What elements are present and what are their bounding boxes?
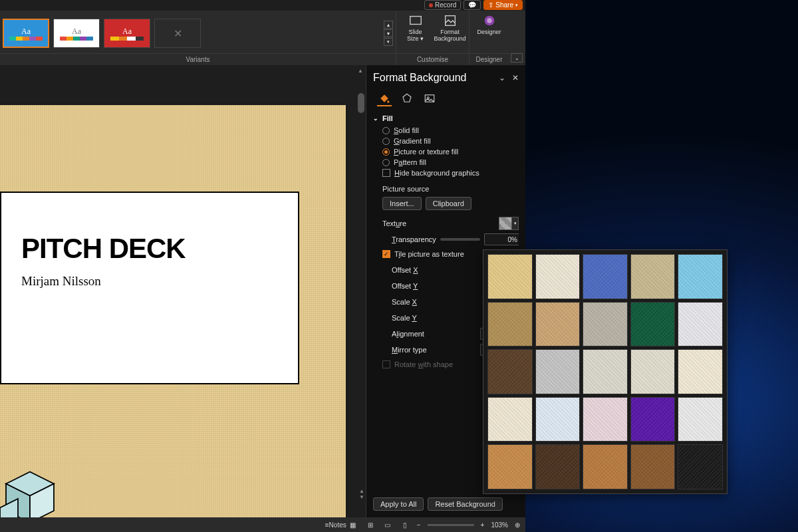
powerpoint-window: Record 💬 ⇪Share▾ Aa Aa Aa ✕ — [0, 0, 525, 532]
normal-view-icon[interactable]: ▦ — [348, 520, 358, 529]
texture-swatch-7[interactable] — [583, 302, 628, 347]
svg-rect-0 — [410, 17, 421, 25]
texture-dropdown[interactable]: ▾ — [499, 217, 519, 230]
variants-scroll-down[interactable]: ▼ — [384, 29, 393, 37]
hide-bg-checkbox[interactable]: Hide background graphics — [382, 169, 519, 177]
texture-swatch-23[interactable] — [630, 444, 676, 489]
slide-subtitle: Mirjam Nilsson — [21, 274, 278, 289]
svg-point-3 — [487, 18, 491, 23]
variants-group-label: Variants — [0, 53, 396, 65]
texture-swatch-3[interactable] — [630, 254, 676, 299]
texture-swatch-2[interactable] — [583, 254, 628, 299]
pane-close-icon[interactable]: ✕ — [512, 73, 519, 82]
texture-swatch-21[interactable] — [535, 444, 581, 489]
slide-title: PITCH DECK — [21, 233, 278, 265]
variant-thumb-3[interactable]: Aa — [104, 19, 150, 48]
texture-swatch-4[interactable] — [678, 254, 723, 299]
reset-background-button[interactable]: Reset Background — [428, 497, 503, 511]
texture-swatch-13[interactable] — [630, 349, 676, 394]
variant-thumb-2[interactable]: Aa — [53, 19, 100, 48]
prev-slide-icon[interactable]: ▲ — [359, 488, 364, 494]
slideshow-icon[interactable]: ▯ — [400, 520, 410, 529]
ribbon: Aa Aa Aa ✕ ▲ ▼ ▾ Variants — [0, 11, 525, 65]
transparency-label: Transparency — [392, 235, 436, 243]
texture-swatch-20[interactable] — [487, 444, 533, 489]
picture-tab-icon[interactable] — [422, 92, 437, 106]
texture-swatch-22[interactable] — [583, 444, 628, 489]
texture-swatch-11[interactable] — [535, 349, 581, 394]
texture-swatch-19[interactable] — [678, 397, 723, 442]
gradient-fill-radio[interactable]: Gradient fill — [382, 137, 519, 145]
texture-gallery-popup — [483, 249, 728, 494]
comments-button[interactable]: 💬 — [464, 0, 481, 10]
texture-swatch-1[interactable] — [535, 254, 581, 299]
pane-options-icon[interactable]: ⌄ — [499, 73, 505, 82]
offsety-label: Offset Y — [392, 282, 418, 290]
transparency-field[interactable]: 0% — [484, 233, 519, 245]
texture-swatch-24[interactable] — [678, 444, 723, 489]
clipboard-button[interactable]: Clipboard — [426, 197, 471, 210]
pattern-fill-radio[interactable]: Pattern fill — [382, 158, 519, 166]
slide-size-button[interactable]: SlideSize ▾ — [399, 13, 432, 43]
effects-tab-icon[interactable] — [400, 92, 414, 106]
slide-canvas-area: ▲ PITCH DECK Mirjam Nilsson ▲ ▼ — [0, 65, 366, 517]
texture-swatch-6[interactable] — [535, 302, 581, 347]
picture-source-label: Picture source — [373, 181, 519, 196]
next-slide-icon[interactable]: ▼ — [359, 494, 364, 500]
offsetx-label: Offset X — [392, 266, 418, 274]
transparency-slider[interactable] — [440, 238, 480, 241]
zoom-in-button[interactable]: + — [481, 521, 485, 529]
svg-point-8 — [387, 100, 389, 102]
mirror-label: Mirror type — [392, 346, 427, 354]
fill-tab-icon[interactable] — [377, 92, 392, 106]
texture-swatch-9[interactable] — [678, 302, 723, 347]
variants-scroll-up[interactable]: ▲ — [384, 21, 393, 29]
scaley-label: Scale Y — [392, 314, 417, 322]
variant-thumb-more[interactable]: ✕ — [154, 19, 201, 48]
texture-swatch-8[interactable] — [630, 302, 676, 347]
texture-swatch-16[interactable] — [535, 397, 581, 442]
share-button[interactable]: ⇪Share▾ — [483, 0, 523, 10]
zoom-out-button[interactable]: − — [417, 521, 421, 529]
zoom-level[interactable]: 103% — [491, 521, 508, 529]
texture-swatch-10[interactable] — [487, 349, 533, 394]
scroll-up-icon[interactable]: ▲ — [356, 66, 364, 74]
scalex-label: Scale X — [392, 298, 417, 306]
notes-button[interactable]: ≡ Notes — [331, 520, 341, 529]
reading-view-icon[interactable]: ▭ — [382, 520, 393, 529]
fill-section-header[interactable]: ⌄Fill — [373, 113, 519, 124]
record-button[interactable]: Record — [424, 0, 461, 10]
slide[interactable]: PITCH DECK Mirjam Nilsson — [0, 105, 346, 517]
variant-thumb-1[interactable]: Aa — [3, 19, 49, 48]
texture-swatch-12[interactable] — [583, 349, 628, 394]
texture-swatch-14[interactable] — [678, 349, 723, 394]
texture-swatch-17[interactable] — [583, 397, 628, 442]
sorter-view-icon[interactable]: ⊞ — [365, 520, 376, 529]
designer-button[interactable]: Designer — [473, 13, 506, 36]
texture-label: Texture — [382, 219, 406, 227]
insert-button[interactable]: Insert... — [382, 197, 422, 210]
apply-to-all-button[interactable]: Apply to All — [373, 497, 424, 511]
titlebar: Record 💬 ⇪Share▾ — [0, 0, 525, 11]
slide-decoration-cube — [0, 434, 60, 517]
texture-swatch-18[interactable] — [630, 397, 676, 442]
collapse-ribbon-icon[interactable]: ⌄ — [511, 53, 523, 63]
scrollbar-thumb[interactable] — [358, 93, 364, 113]
pane-title: Format Background — [373, 72, 467, 84]
alignment-label: Alignment — [392, 330, 424, 338]
picture-fill-radio[interactable]: Picture or texture fill — [382, 148, 519, 156]
texture-swatch-15[interactable] — [487, 397, 533, 442]
svg-marker-9 — [403, 94, 411, 102]
fit-to-window-icon[interactable]: ⊕ — [515, 521, 520, 529]
zoom-slider[interactable] — [428, 524, 474, 526]
format-background-button[interactable]: FormatBackground — [434, 13, 467, 43]
status-bar: ≡ Notes ▦ ⊞ ▭ ▯ − + 103% ⊕ — [0, 517, 525, 532]
solid-fill-radio[interactable]: Solid fill — [382, 126, 519, 134]
variants-expand[interactable]: ▾ — [384, 38, 393, 46]
svg-rect-1 — [445, 16, 455, 26]
texture-swatch-5[interactable] — [487, 302, 533, 347]
texture-swatch-0[interactable] — [487, 254, 533, 299]
